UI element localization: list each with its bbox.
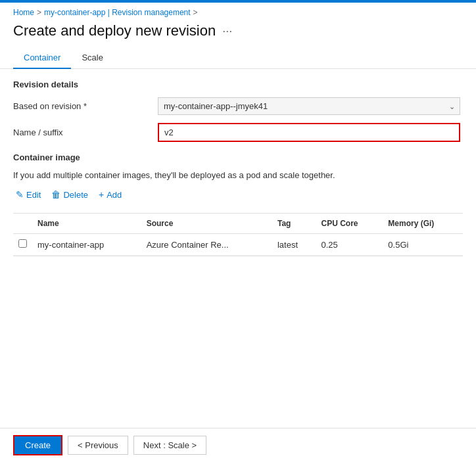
col-tag: Tag bbox=[272, 214, 316, 234]
based-on-control: my-container-app--jmyek41 ⌄ bbox=[158, 97, 460, 115]
row-source: Azure Container Re... bbox=[141, 234, 272, 256]
name-suffix-control bbox=[158, 123, 460, 142]
image-table-container: Name Source Tag CPU Core Memory (Gi) my-… bbox=[13, 213, 463, 256]
based-on-label: Based on revision * bbox=[13, 101, 158, 111]
col-source: Source bbox=[141, 214, 272, 234]
delete-label: Delete bbox=[63, 190, 88, 200]
row-checkbox[interactable] bbox=[18, 239, 27, 248]
edit-icon: ✎ bbox=[16, 189, 24, 200]
row-tag: latest bbox=[272, 234, 316, 256]
name-suffix-input[interactable] bbox=[158, 123, 460, 142]
based-on-select[interactable]: my-container-app--jmyek41 bbox=[158, 97, 460, 115]
name-suffix-row: Name / suffix bbox=[13, 123, 463, 142]
col-name: Name bbox=[32, 214, 141, 234]
add-icon: + bbox=[99, 189, 104, 200]
delete-button[interactable]: 🗑 Delete bbox=[49, 188, 91, 201]
image-table: Name Source Tag CPU Core Memory (Gi) my-… bbox=[13, 214, 463, 256]
based-on-row: Based on revision * my-container-app--jm… bbox=[13, 97, 463, 115]
tab-scale[interactable]: Scale bbox=[71, 47, 114, 69]
create-button[interactable]: Create bbox=[13, 435, 62, 455]
breadcrumb-sep2: > bbox=[193, 8, 198, 17]
add-label: Add bbox=[107, 190, 122, 200]
add-button[interactable]: + Add bbox=[96, 188, 124, 201]
breadcrumb: Home > my-container-app | Revision manag… bbox=[0, 3, 476, 20]
based-on-select-wrapper: my-container-app--jmyek41 ⌄ bbox=[158, 97, 460, 115]
row-memory: 0.5Gi bbox=[383, 234, 463, 256]
row-checkbox-cell bbox=[13, 234, 32, 256]
page-title-menu-icon[interactable]: ··· bbox=[222, 24, 232, 38]
footer: Create < Previous Next : Scale > bbox=[0, 428, 476, 462]
previous-button[interactable]: < Previous bbox=[68, 436, 128, 455]
breadcrumb-home[interactable]: Home bbox=[13, 8, 34, 17]
page-title-area: Create and deploy new revision ··· bbox=[0, 20, 476, 47]
container-image-info: If you add multiple container images, th… bbox=[13, 170, 463, 180]
page-title: Create and deploy new revision bbox=[13, 22, 216, 39]
main-content: Revision details Based on revision * my-… bbox=[0, 69, 476, 428]
container-image-section: Container image If you add multiple cont… bbox=[13, 152, 463, 256]
row-cpu: 0.25 bbox=[316, 234, 383, 256]
tab-container[interactable]: Container bbox=[13, 47, 71, 69]
edit-label: Edit bbox=[26, 190, 41, 200]
revision-details-title: Revision details bbox=[13, 80, 463, 89]
edit-button[interactable]: ✎ Edit bbox=[13, 188, 43, 201]
image-toolbar: ✎ Edit 🗑 Delete + Add bbox=[13, 188, 463, 206]
row-name[interactable]: my-container-app bbox=[32, 234, 141, 256]
table-row: my-container-app Azure Container Re... l… bbox=[13, 234, 463, 256]
tabs-bar: Container Scale bbox=[0, 47, 476, 69]
col-checkbox bbox=[13, 214, 32, 234]
col-cpu: CPU Core bbox=[316, 214, 383, 234]
next-button[interactable]: Next : Scale > bbox=[133, 436, 206, 455]
breadcrumb-sep1: > bbox=[37, 8, 41, 17]
delete-icon: 🗑 bbox=[51, 189, 60, 200]
name-suffix-label: Name / suffix bbox=[13, 127, 158, 137]
col-memory: Memory (Gi) bbox=[383, 214, 463, 234]
breadcrumb-app[interactable]: my-container-app | Revision management bbox=[44, 8, 191, 17]
container-image-title: Container image bbox=[13, 152, 463, 162]
